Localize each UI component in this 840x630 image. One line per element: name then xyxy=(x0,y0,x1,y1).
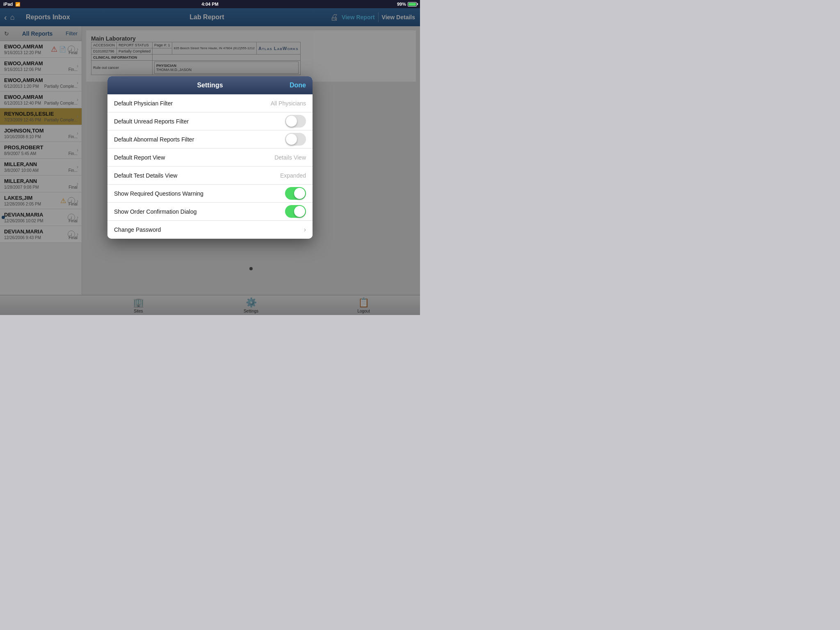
settings-value-4: Expanded xyxy=(280,172,306,179)
settings-label-6: Show Order Confirmation Dialog xyxy=(114,208,197,215)
settings-row-2[interactable]: Default Abnormal Reports Filter xyxy=(107,130,313,148)
battery-icon xyxy=(408,2,417,7)
settings-label-2: Default Abnormal Reports Filter xyxy=(114,136,194,143)
settings-chevron-7: › xyxy=(304,226,306,233)
done-button[interactable]: Done xyxy=(290,82,306,89)
settings-label-1: Default Unread Reports Filter xyxy=(114,118,189,125)
settings-value-3: Details View xyxy=(274,154,306,161)
battery-percent: 99% xyxy=(397,2,406,7)
ipad-label: iPad xyxy=(3,2,13,7)
toggle-knob-6 xyxy=(294,206,305,217)
settings-row-3[interactable]: Default Report ViewDetails View xyxy=(107,148,313,167)
toggle-knob-1 xyxy=(286,116,297,127)
settings-value-0: All Physicians xyxy=(271,100,306,107)
modal-body: Default Physician FilterAll PhysiciansDe… xyxy=(107,94,313,239)
modal-title: Settings xyxy=(197,82,223,89)
status-time: 4:04 PM xyxy=(201,2,219,7)
settings-label-0: Default Physician Filter xyxy=(114,100,173,107)
toggle-switch-6[interactable] xyxy=(285,205,306,218)
settings-modal: Settings Done Default Physician FilterAl… xyxy=(107,76,313,239)
toggle-switch-2[interactable] xyxy=(285,133,306,146)
wifi-icon: 📶 xyxy=(15,2,20,7)
settings-row-6[interactable]: Show Order Confirmation Dialog xyxy=(107,203,313,221)
toggle-knob-2 xyxy=(286,134,297,145)
settings-label-3: Default Report View xyxy=(114,154,165,161)
modal-header: Settings Done xyxy=(107,76,313,94)
status-right: 99% xyxy=(397,2,417,7)
status-bar: iPad 📶 4:04 PM 99% xyxy=(0,0,420,8)
settings-row-0[interactable]: Default Physician FilterAll Physicians xyxy=(107,94,313,112)
toggle-switch-5[interactable] xyxy=(285,187,306,200)
settings-row-4[interactable]: Default Test Details ViewExpanded xyxy=(107,167,313,185)
settings-row-1[interactable]: Default Unread Reports Filter xyxy=(107,112,313,130)
toggle-knob-5 xyxy=(294,188,305,199)
settings-row-5[interactable]: Show Required Questions Warning xyxy=(107,185,313,203)
settings-label-4: Default Test Details View xyxy=(114,172,177,179)
settings-label-7: Change Password xyxy=(114,226,161,233)
settings-row-7[interactable]: Change Password› xyxy=(107,221,313,239)
toggle-switch-1[interactable] xyxy=(285,115,306,128)
status-left: iPad 📶 xyxy=(3,2,20,7)
settings-label-5: Show Required Questions Warning xyxy=(114,190,203,197)
